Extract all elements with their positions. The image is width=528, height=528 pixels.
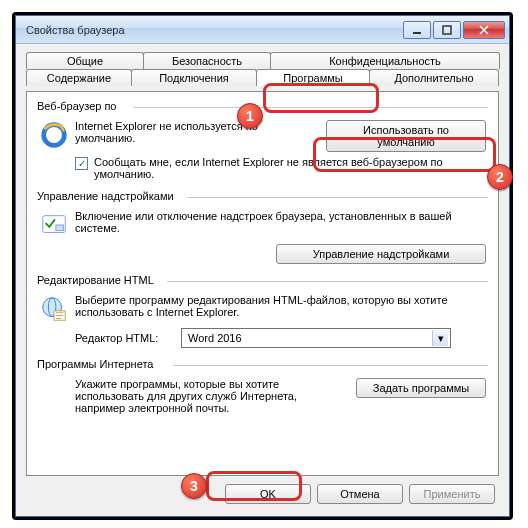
tab-connections[interactable]: Подключения <box>131 69 257 86</box>
apply-button[interactable]: Применить <box>409 484 495 504</box>
html-icon <box>39 294 69 324</box>
svg-rect-6 <box>56 225 64 231</box>
svg-rect-1 <box>443 26 451 34</box>
group-label: Управление надстройками <box>37 190 174 202</box>
close-button[interactable] <box>463 21 505 39</box>
group-internet-programs: Программы Интернета Укажите программы, к… <box>37 358 488 418</box>
window-title: Свойства браузера <box>26 24 401 36</box>
html-editor-dropdown[interactable]: Word 2016 ▾ <box>181 328 451 348</box>
html-editor-label: Редактор HTML: <box>75 332 175 344</box>
html-text: Выберите программу редактирования HTML-ф… <box>75 294 486 318</box>
ok-button[interactable]: OK <box>225 484 311 504</box>
dialog-footer: OK Отмена Применить <box>26 476 499 506</box>
tab-advanced[interactable]: Дополнительно <box>369 69 499 86</box>
set-programs-button[interactable]: Задать программы <box>356 378 486 398</box>
group-label: Редактирование HTML <box>37 274 154 286</box>
tab-content[interactable]: Содержание <box>26 69 132 86</box>
notify-label: Сообщать мне, если Internet Explorer не … <box>94 156 486 180</box>
group-html-editing: Редактирование HTML Выберите программу р… <box>37 274 488 352</box>
tab-security[interactable]: Безопасность <box>143 52 271 69</box>
html-editor-value: Word 2016 <box>188 332 242 344</box>
dialog-window: Свойства браузера Общие Безопасность Кон… <box>15 15 510 517</box>
addons-text: Включение или отключение надстроек брауз… <box>75 210 486 234</box>
cancel-button[interactable]: Отмена <box>317 484 403 504</box>
chevron-down-icon: ▾ <box>432 330 448 346</box>
manage-addons-button[interactable]: Управление надстройками <box>276 244 486 264</box>
tab-programs[interactable]: Программы <box>256 69 370 86</box>
tab-panel: Веб-браузер по Internet Explorer не испо… <box>26 91 499 476</box>
tab-general[interactable]: Общие <box>26 52 144 69</box>
default-browser-text: Internet Explorer не используется по умо… <box>75 120 320 144</box>
maximize-button[interactable] <box>433 21 461 39</box>
set-default-button[interactable]: Использовать по умолчанию <box>326 120 486 152</box>
notify-checkbox[interactable]: ✓ <box>75 157 88 170</box>
ie-icon <box>39 120 69 150</box>
tab-strip: Общие Безопасность Конфиденциальность Со… <box>26 52 499 92</box>
group-label: Программы Интернета <box>37 358 153 370</box>
tab-privacy[interactable]: Конфиденциальность <box>270 52 500 69</box>
minimize-button[interactable] <box>403 21 431 39</box>
titlebar: Свойства браузера <box>16 16 509 44</box>
group-default-browser: Веб-браузер по Internet Explorer не испо… <box>37 100 488 184</box>
internet-text: Укажите программы, которые вы хотите исп… <box>75 378 350 414</box>
group-label: Веб-браузер по <box>37 100 117 112</box>
svg-rect-0 <box>413 32 421 34</box>
group-addons: Управление надстройками Включение или от… <box>37 190 488 268</box>
addons-icon <box>39 210 69 240</box>
